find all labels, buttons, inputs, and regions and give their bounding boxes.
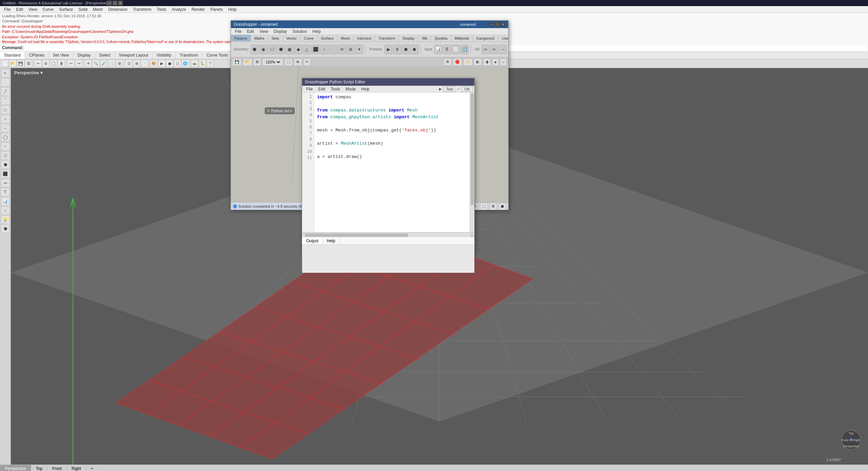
tb-save[interactable]: 💾: [17, 60, 24, 67]
tb-points[interactable]: ⬝: [141, 60, 148, 67]
gh-input-1[interactable]: 📊: [434, 45, 442, 54]
tb-grasshopper[interactable]: 🦗: [191, 60, 198, 67]
tb-new[interactable]: 📄: [1, 60, 9, 67]
gh-menu-edit[interactable]: Edit: [244, 29, 257, 34]
viewport-tab-top[interactable]: Top: [31, 465, 47, 471]
menu-dimension[interactable]: Dimension: [105, 7, 130, 12]
py-help-tab[interactable]: Help: [323, 238, 340, 244]
gh-tb-r4[interactable]: ◐: [474, 58, 482, 66]
gh-menu-file[interactable]: File: [232, 29, 244, 34]
viewport-tab-front[interactable]: Front: [47, 465, 67, 471]
gh-comp-3[interactable]: ⬡: [268, 45, 276, 54]
py-menu-tools[interactable]: Tools: [328, 86, 343, 92]
gh-tb-save[interactable]: 💾: [232, 58, 242, 66]
lt-line[interactable]: ╱: [1, 87, 10, 96]
tb-undo[interactable]: ↩: [67, 60, 75, 67]
py-hscroll-thumb[interactable]: [305, 233, 408, 237]
tb-copy[interactable]: ⧉: [42, 60, 50, 67]
menu-curve[interactable]: Curve: [40, 7, 56, 12]
menu-view[interactable]: View: [26, 7, 40, 12]
tb-open[interactable]: 📂: [9, 60, 17, 67]
menu-panels[interactable]: Panels: [208, 7, 225, 12]
gh-tb-sketch[interactable]: ✏: [303, 58, 311, 66]
lt-annotation[interactable]: T: [1, 188, 10, 197]
gh-menu-solution[interactable]: Solution: [290, 29, 310, 34]
tb-delete[interactable]: 🗑: [58, 60, 65, 67]
lt-point[interactable]: ·: [1, 78, 10, 87]
close-button[interactable]: ✕: [118, 1, 123, 5]
py-code-content[interactable]: import compas from compas.datastructures…: [314, 93, 470, 232]
py-scrollbar-thumb[interactable]: [471, 93, 474, 205]
lt-arc[interactable]: ⌢: [1, 124, 10, 132]
tb-move[interactable]: ✛: [84, 60, 92, 67]
lt-ellipse[interactable]: ◯: [1, 133, 10, 142]
tab-select[interactable]: Select: [95, 52, 115, 59]
tab-curve-tools[interactable]: Curve Tools: [202, 52, 232, 59]
tb-zoom-out[interactable]: 🔎: [100, 60, 107, 67]
menu-edit[interactable]: Edit: [13, 7, 26, 12]
tb-grid[interactable]: ⊞: [133, 60, 140, 67]
gh-tab-curve[interactable]: Curve: [300, 35, 317, 41]
lt-mesh[interactable]: ⬢: [1, 160, 10, 169]
gh-prim-3[interactable]: ⏹: [402, 45, 410, 54]
gh-tab-transform[interactable]: Transform: [375, 35, 399, 41]
lt-dim[interactable]: ↕: [1, 206, 10, 215]
menu-transform[interactable]: Transform: [130, 7, 154, 12]
tab-setview[interactable]: Set View: [49, 52, 73, 59]
gh-comp-13[interactable]: ✦: [355, 45, 363, 54]
gh-tb-fit[interactable]: ⊞: [253, 58, 261, 66]
gh-tab-user[interactable]: User: [498, 35, 508, 41]
gh-tab-maths[interactable]: Maths: [251, 35, 268, 41]
gh-input-3[interactable]: ⬜: [452, 45, 460, 54]
gh-tb-r1[interactable]: ⚙: [443, 58, 452, 66]
tab-viewport-layout[interactable]: Viewport Layout: [115, 52, 153, 59]
tb-paste[interactable]: 📋: [50, 60, 57, 67]
gh-comp-8[interactable]: ⬛: [312, 45, 320, 54]
gh-util-1[interactable]: ⇒: [481, 45, 490, 54]
tb-snap[interactable]: ⊡: [125, 60, 133, 67]
gh-maximize-btn[interactable]: □: [495, 22, 500, 27]
gh-input-2[interactable]: 🎚: [443, 45, 451, 54]
gh-prim-1[interactable]: ▶: [384, 45, 393, 54]
gh-tab-millipede[interactable]: Millipede: [451, 35, 473, 41]
menu-solid[interactable]: Solid: [76, 7, 90, 12]
gh-menu-display[interactable]: Display: [271, 29, 290, 34]
py-menu-help[interactable]: Help: [358, 86, 372, 92]
lt-rectangle[interactable]: □: [1, 105, 10, 114]
tab-standard[interactable]: Standard: [0, 52, 25, 59]
gh-tab-kangaroo2[interactable]: Kangaroo2: [473, 35, 498, 41]
tb-zoom-window[interactable]: ⬚: [108, 60, 115, 67]
gh-comp-10[interactable]: ·: [329, 45, 337, 54]
menu-analyze[interactable]: Analyze: [169, 7, 189, 12]
gh-comp-7[interactable]: △: [303, 45, 311, 54]
tb-render[interactable]: 🎨: [150, 60, 158, 67]
lt-select[interactable]: ↖: [1, 69, 10, 78]
py-menu-edit[interactable]: Edit: [315, 86, 328, 92]
py-hscroll-right[interactable]: ›: [470, 233, 474, 238]
tb-shaded[interactable]: ◼: [166, 60, 173, 67]
gh-menu-help[interactable]: Help: [310, 29, 324, 34]
gh-comp-11[interactable]: ≋: [338, 45, 346, 54]
viewport-tab-add[interactable]: +: [86, 465, 98, 471]
gh-tab-intersect[interactable]: Intersect: [354, 35, 375, 41]
tb-zoom-all[interactable]: ⊞: [116, 60, 123, 67]
tb-redo[interactable]: ↪: [75, 60, 82, 67]
gh-comp-4[interactable]: ⬢: [277, 45, 285, 54]
gh-comp-12[interactable]: ⊕: [347, 45, 355, 54]
gh-input-4[interactable]: 🔢: [460, 45, 469, 54]
py-ok-button[interactable]: OK: [461, 86, 473, 92]
gh-tb-r5[interactable]: ◑: [483, 58, 491, 66]
tb-help[interactable]: ?: [206, 60, 214, 67]
gh-zoom-select[interactable]: 125% 100% 75% 150%: [264, 60, 281, 64]
gh-prim-2[interactable]: ⏸: [393, 45, 401, 54]
gh-comp-5[interactable]: ▣: [285, 45, 294, 54]
menu-help[interactable]: Help: [225, 7, 239, 12]
gh-tab-quokka[interactable]: Quokka: [431, 35, 451, 41]
tb-wire[interactable]: ◻: [174, 60, 181, 67]
gh-prim-4[interactable]: ⏺: [411, 45, 419, 54]
py-menu-mode[interactable]: Mode: [343, 86, 358, 92]
lt-circle[interactable]: ○: [1, 115, 10, 123]
tb-save-small[interactable]: 🖫: [25, 60, 32, 67]
gh-tb-r6[interactable]: ●: [492, 58, 499, 66]
gh-tab-mesh[interactable]: Mesh: [337, 35, 354, 41]
